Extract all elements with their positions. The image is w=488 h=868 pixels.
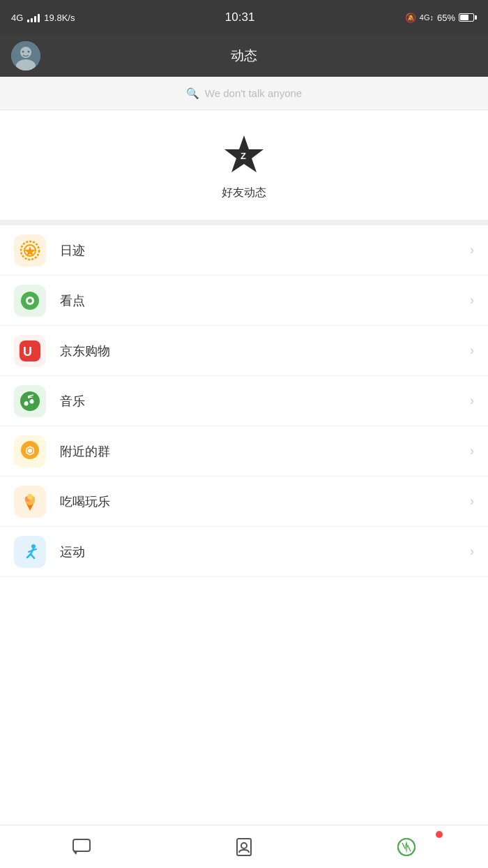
status-right: 🔕 4G↕ 65% [405, 13, 477, 23]
menu-label-funjin: 附近的群 [60, 443, 470, 460]
svg-point-12 [28, 299, 32, 303]
svg-marker-38 [405, 847, 408, 853]
menu-label-music: 音乐 [60, 393, 470, 410]
contacts-icon [234, 837, 254, 857]
menu-icon-riji [14, 234, 46, 267]
search-icon: 🔍 [186, 87, 199, 100]
nav-badge [436, 831, 443, 838]
signal-bars [27, 13, 40, 22]
menu-label-jingdong: 京东购物 [60, 343, 470, 359]
menu-label-kandian: 看点 [60, 292, 470, 309]
svg-text:U: U [23, 345, 32, 359]
menu-icon-funjin [14, 435, 46, 467]
menu-item-kandian[interactable]: 看点 › [0, 276, 488, 326]
svg-point-17 [30, 399, 34, 403]
menu-label-chiheyule: 吃喝玩乐 [60, 493, 470, 510]
battery-label: 65% [437, 13, 455, 23]
search-placeholder: We don't talk anyone [205, 87, 302, 99]
bottom-nav [0, 825, 488, 868]
chevron-jingdong: › [470, 343, 474, 358]
chat-icon [72, 837, 91, 857]
chevron-riji: › [470, 243, 474, 257]
carrier-label: 4G [11, 13, 23, 23]
page-title: 动态 [40, 47, 448, 65]
svg-rect-33 [237, 839, 251, 855]
svg-rect-32 [73, 839, 90, 851]
menu-label-sport: 运动 [60, 544, 470, 560]
friend-activity-section: Z 好友动态 [0, 110, 488, 225]
menu-label-riji: 日迹 [60, 242, 470, 259]
chevron-music: › [470, 394, 474, 408]
svg-point-16 [24, 401, 29, 405]
header: 动态 [0, 35, 488, 77]
menu-item-music[interactable]: 音乐 › [0, 376, 488, 426]
svg-point-4 [28, 51, 30, 53]
mute-icon: 🔕 [405, 13, 416, 23]
svg-point-21 [28, 449, 32, 453]
menu-item-jingdong[interactable]: U 京东购物 › [0, 326, 488, 376]
menu-item-riji[interactable]: 日迹 › [0, 225, 488, 276]
nav-item-chat[interactable] [0, 825, 162, 868]
search-bar[interactable]: 🔍 We don't talk anyone [0, 77, 488, 110]
svg-point-25 [27, 494, 33, 500]
menu-icon-chiheyule [14, 486, 46, 518]
chevron-sport: › [470, 544, 474, 559]
menu-item-funjin[interactable]: 附近的群 › [0, 426, 488, 477]
friend-activity-label: 好友动态 [222, 186, 266, 200]
menu-icon-music [14, 385, 46, 417]
nav-item-discover[interactable] [326, 825, 488, 868]
chevron-funjin: › [470, 444, 474, 458]
svg-marker-37 [405, 841, 408, 847]
menu-icon-jingdong: U [14, 335, 46, 367]
menu-list: 日迹 › 看点 › U 京东购物 › [0, 225, 488, 577]
menu-item-chiheyule[interactable]: 吃喝玩乐 › [0, 477, 488, 527]
svg-point-34 [241, 843, 247, 848]
data-icon: 4G↕ [420, 13, 434, 22]
menu-icon-kandian [14, 285, 46, 317]
menu-icon-sport [14, 536, 46, 568]
battery-icon [459, 13, 477, 22]
friend-activity-star-icon: Z [222, 133, 266, 177]
discover-icon [397, 837, 416, 857]
svg-line-31 [27, 554, 31, 558]
status-bar: 4G 19.8K/s 10:31 🔕 4G↕ 65% [0, 0, 488, 35]
chevron-kandian: › [470, 293, 474, 308]
menu-item-sport[interactable]: 运动 › [0, 527, 488, 577]
svg-text:Z: Z [241, 151, 246, 161]
time-label: 10:31 [225, 10, 255, 24]
nav-item-contacts[interactable] [162, 825, 325, 868]
chevron-chiheyule: › [470, 494, 474, 509]
status-left: 4G 19.8K/s [11, 13, 75, 23]
speed-label: 19.8K/s [44, 13, 75, 23]
svg-point-3 [22, 51, 24, 53]
avatar[interactable] [11, 41, 40, 70]
